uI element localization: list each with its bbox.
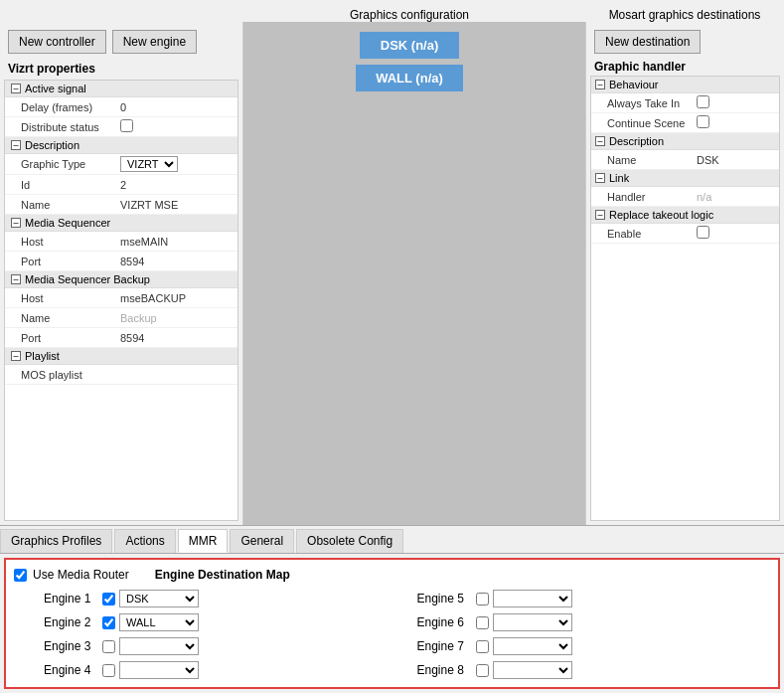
use-media-router-checkbox[interactable] <box>14 569 27 582</box>
delay-frames-row: Delay (frames) 0 <box>5 97 237 117</box>
name-value: VIZRT MSE <box>120 199 234 211</box>
new-engine-button[interactable]: New engine <box>112 30 197 54</box>
ms-port-label: Port <box>21 256 120 267</box>
msb-host-label: Host <box>21 292 120 304</box>
engine-6-select[interactable]: DSK WALL <box>493 613 572 631</box>
replace-takeout-label: Replace takeout logic <box>609 209 713 221</box>
use-media-router-label: Use Media Router <box>33 568 129 582</box>
behaviour-header[interactable]: – Behaviour <box>591 77 779 93</box>
graphic-handler-title: Graphic handler <box>586 58 784 76</box>
msb-name-value: Backup <box>120 312 234 324</box>
enable-value[interactable] <box>697 226 775 241</box>
tab-actions[interactable]: Actions <box>114 529 175 553</box>
tab-mmr[interactable]: MMR <box>178 529 229 553</box>
engine-3-row: Engine 3 DSK WALL <box>44 637 397 655</box>
engine-8-select[interactable]: DSK WALL <box>493 661 572 679</box>
always-take-in-value[interactable] <box>697 95 775 110</box>
msb-name-label: Name <box>21 312 120 324</box>
media-sequencer-backup-header[interactable]: – Media Sequencer Backup <box>5 271 237 288</box>
continue-scene-checkbox[interactable] <box>697 115 709 128</box>
msb-host-value: mseBACKUP <box>120 292 234 304</box>
engine-5-checkbox[interactable] <box>476 593 489 606</box>
vizrt-properties-title: Vizrt properties <box>0 58 242 80</box>
msb-host-row: Host mseBACKUP <box>5 288 237 308</box>
description-header[interactable]: – Description <box>5 137 237 154</box>
new-destination-button[interactable]: New destination <box>594 30 701 54</box>
dsk-button[interactable]: DSK (n/a) <box>360 32 459 59</box>
mmr-panel: Use Media Router Engine Destination Map … <box>4 558 780 689</box>
graphics-config-title: Graphics configuration <box>243 0 575 22</box>
engine-destination-map-label: Engine Destination Map <box>155 568 290 582</box>
always-take-in-checkbox[interactable] <box>697 95 709 108</box>
distribute-status-checkbox[interactable] <box>120 119 133 132</box>
engine-4-label: Engine 4 <box>44 663 98 677</box>
expand-media-seq-icon: – <box>11 218 21 228</box>
new-controller-button[interactable]: New controller <box>8 30 106 54</box>
handler-row: Handler n/a <box>591 187 779 207</box>
expand-link-icon: – <box>595 173 605 183</box>
ms-port-row: Port 8594 <box>5 252 237 271</box>
wall-button[interactable]: WALL (n/a) <box>356 65 463 91</box>
enable-label: Enable <box>607 228 697 240</box>
engine-1-checkbox[interactable] <box>102 593 115 606</box>
msb-port-row: Port 8594 <box>5 328 237 348</box>
engine-8-row: Engine 8 DSK WALL <box>417 661 771 679</box>
expand-ms-backup-icon: – <box>11 274 21 284</box>
engine-7-checkbox[interactable] <box>476 640 489 653</box>
engine-5-label: Engine 5 <box>417 592 472 606</box>
engine-5-select[interactable]: DSK WALL <box>493 590 572 607</box>
expand-description-icon: – <box>11 140 21 150</box>
expand-replace-takeout-icon: – <box>595 210 605 220</box>
engine-2-checkbox[interactable] <box>102 616 115 629</box>
engine-8-label: Engine 8 <box>417 663 472 677</box>
handler-value: n/a <box>697 191 775 203</box>
engine-1-select[interactable]: DSK WALL <box>119 590 199 607</box>
active-signal-label: Active signal <box>25 83 86 94</box>
engine-4-row: Engine 4 DSK WALL <box>44 661 397 679</box>
engine-4-select[interactable]: DSK WALL <box>119 661 199 679</box>
name-label: Name <box>21 199 120 211</box>
vizrt-properties-area: – Active signal Delay (frames) 0 Distrib… <box>4 80 238 521</box>
replace-takeout-header[interactable]: – Replace takeout logic <box>591 207 779 224</box>
tabs-bar: Graphics Profiles Actions MMR General Ob… <box>0 525 784 554</box>
continue-scene-value[interactable] <box>697 115 775 130</box>
tab-graphics-profiles[interactable]: Graphics Profiles <box>0 529 112 553</box>
graphic-type-select[interactable]: VIZRT <box>120 156 178 172</box>
engine-6-checkbox[interactable] <box>476 616 489 629</box>
r-name-label: Name <box>607 154 697 166</box>
enable-checkbox[interactable] <box>697 226 709 239</box>
mosart-destinations-title: Mosart graphics destinations <box>585 0 784 22</box>
engine-2-label: Engine 2 <box>44 615 98 629</box>
engine-3-select[interactable]: DSK WALL <box>119 637 199 655</box>
tab-obsolete-config[interactable]: Obsolete Config <box>296 529 403 553</box>
active-signal-header[interactable]: – Active signal <box>5 81 237 97</box>
engine-8-checkbox[interactable] <box>476 664 489 677</box>
engine-grid: Engine 1 DSK WALL Engine 2 WALL DSK <box>44 590 770 679</box>
graphic-type-label: Graphic Type <box>21 158 120 170</box>
expand-r-description-icon: – <box>595 136 605 146</box>
playlist-label: Playlist <box>25 350 60 362</box>
middle-panel: DSK (n/a) WALL (n/a) <box>243 22 575 525</box>
engine-6-label: Engine 6 <box>417 615 472 629</box>
engine-3-checkbox[interactable] <box>102 640 115 653</box>
always-take-in-row: Always Take In <box>591 93 779 113</box>
engine-7-label: Engine 7 <box>417 639 472 653</box>
expand-active-signal-icon: – <box>11 84 21 93</box>
engine-7-select[interactable]: DSK WALL <box>493 637 572 655</box>
graphic-type-value[interactable]: VIZRT <box>120 156 234 172</box>
playlist-header[interactable]: – Playlist <box>5 348 237 365</box>
distribute-status-label: Distribute status <box>21 121 120 133</box>
engine-2-select[interactable]: WALL DSK <box>119 613 199 631</box>
link-header[interactable]: – Link <box>591 170 779 187</box>
ms-host-value: mseMAIN <box>120 236 234 248</box>
delay-frames-value: 0 <box>120 101 234 113</box>
r-description-header[interactable]: – Description <box>591 133 779 150</box>
engine-1-row: Engine 1 DSK WALL <box>44 590 397 607</box>
engine-4-checkbox[interactable] <box>102 664 115 677</box>
continue-scene-label: Continue Scene <box>607 117 697 129</box>
distribute-status-value[interactable] <box>120 119 234 134</box>
mmr-header: Use Media Router Engine Destination Map <box>14 568 770 582</box>
tab-general[interactable]: General <box>230 529 294 553</box>
media-sequencer-header[interactable]: – Media Sequencer <box>5 215 237 232</box>
expand-behaviour-icon: – <box>595 80 605 89</box>
